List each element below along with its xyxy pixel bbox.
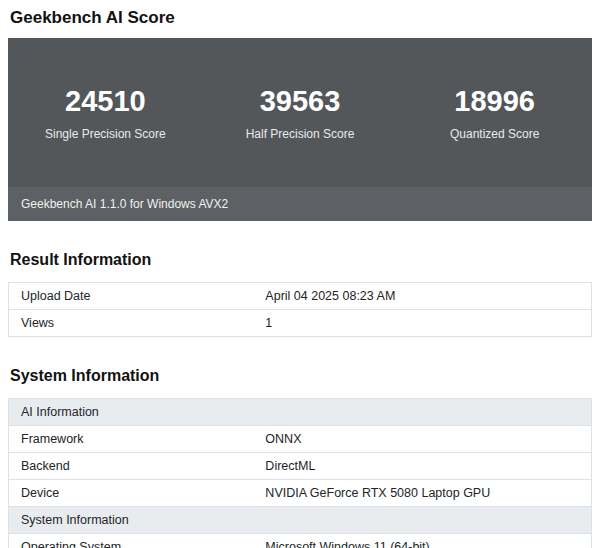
score-item-quantized: 18996 Quantized Score [397,86,592,141]
cell-label: Backend [9,452,254,479]
score-value: 39563 [203,86,398,118]
table-row: Operating System Microsoft Windows 11 (6… [9,533,592,548]
table-row: Views 1 [9,309,592,336]
score-label: Half Precision Score [203,127,398,141]
section-title-result-information: Result Information [10,251,592,269]
system-information-table: AI Information Framework ONNX Backend Di… [8,398,592,548]
cell-value: DirectML [253,452,591,479]
table-row: Upload Date April 04 2025 08:23 AM [9,282,592,309]
table-row: Device NVIDIA GeForce RTX 5080 Laptop GP… [9,479,592,506]
page: Geekbench AI Score 24510 Single Precisio… [0,0,600,548]
subheader-label: System Information [9,506,592,533]
score-item-half-precision: 39563 Half Precision Score [203,86,398,141]
score-item-single-precision: 24510 Single Precision Score [8,86,203,141]
cell-label: Device [9,479,254,506]
cell-value: Microsoft Windows 11 (64-bit) [253,533,591,548]
cell-value: NVIDIA GeForce RTX 5080 Laptop GPU [253,479,591,506]
subheader-row-ai-information: AI Information [9,398,592,425]
score-value: 18996 [397,86,592,118]
cell-value: ONNX [253,425,591,452]
cell-label: Views [9,309,254,336]
cell-label: Framework [9,425,254,452]
subheader-row-system-information: System Information [9,506,592,533]
section-title-system-information: System Information [10,367,592,385]
score-panel: 24510 Single Precision Score 39563 Half … [8,38,592,221]
score-value: 24510 [8,86,203,118]
score-label: Quantized Score [397,127,592,141]
page-title: Geekbench AI Score [10,8,592,28]
table-row: Backend DirectML [9,452,592,479]
result-information-table: Upload Date April 04 2025 08:23 AM Views… [8,282,592,337]
cell-label: Operating System [9,533,254,548]
score-row: 24510 Single Precision Score 39563 Half … [8,38,592,187]
subheader-label: AI Information [9,398,592,425]
cell-label: Upload Date [9,282,254,309]
cell-value: 1 [253,309,591,336]
benchmark-version-footer: Geekbench AI 1.1.0 for Windows AVX2 [8,187,592,221]
table-row: Framework ONNX [9,425,592,452]
cell-value: April 04 2025 08:23 AM [253,282,591,309]
score-label: Single Precision Score [8,127,203,141]
